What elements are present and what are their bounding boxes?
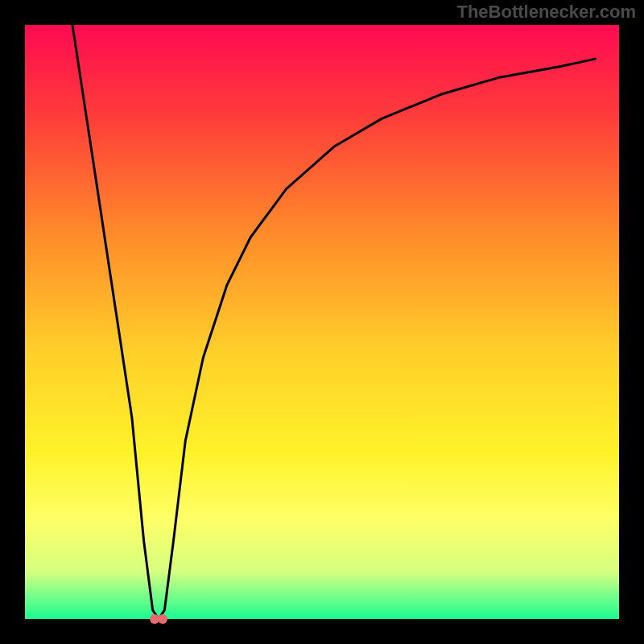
- attribution-text: TheBottlenecker.com: [456, 2, 636, 22]
- plot-area: [25, 25, 619, 619]
- bottleneck-chart: TheBottlenecker.com: [0, 0, 644, 644]
- optimum-dot: [158, 614, 167, 624]
